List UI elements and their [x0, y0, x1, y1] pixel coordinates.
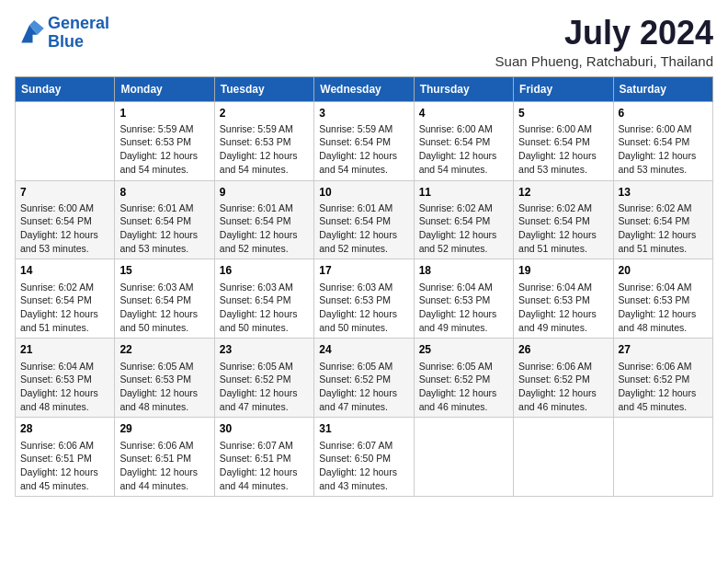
- day-number: 22: [119, 342, 209, 357]
- day-info: Sunrise: 6:03 AMSunset: 6:53 PMDaylight:…: [319, 281, 408, 335]
- calendar-cell: 13Sunrise: 6:02 AMSunset: 6:54 PMDayligh…: [613, 180, 712, 259]
- page-header: General Blue July 2024 Suan Phueng, Ratc…: [15, 15, 713, 69]
- day-number: 18: [419, 263, 508, 278]
- day-info: Sunrise: 6:06 AMSunset: 6:52 PMDaylight:…: [619, 360, 708, 414]
- day-number: 10: [319, 185, 408, 200]
- day-number: 3: [319, 106, 408, 121]
- day-info: Sunrise: 6:02 AMSunset: 6:54 PMDaylight:…: [518, 201, 608, 256]
- calendar-cell: 24Sunrise: 6:05 AMSunset: 6:52 PMDayligh…: [314, 339, 414, 418]
- calendar-cell: 10Sunrise: 6:01 AMSunset: 6:54 PMDayligh…: [314, 180, 414, 259]
- calendar-cell: 14Sunrise: 6:02 AMSunset: 6:54 PMDayligh…: [16, 259, 115, 339]
- day-number: 20: [619, 263, 708, 278]
- calendar-cell: 28Sunrise: 6:06 AMSunset: 6:51 PMDayligh…: [16, 418, 115, 497]
- day-info: Sunrise: 6:04 AMSunset: 6:53 PMDaylight:…: [419, 281, 508, 335]
- weekday-header: Sunday: [16, 76, 115, 101]
- day-number: 17: [319, 263, 408, 278]
- calendar-table: SundayMondayTuesdayWednesdayThursdayFrid…: [15, 76, 713, 498]
- calendar-cell: 3Sunrise: 5:59 AMSunset: 6:54 PMDaylight…: [314, 101, 414, 180]
- calendar-header-row: SundayMondayTuesdayWednesdayThursdayFrid…: [16, 76, 713, 101]
- day-number: 24: [319, 342, 408, 357]
- day-number: 26: [518, 342, 608, 357]
- day-info: Sunrise: 6:06 AMSunset: 6:51 PMDaylight:…: [20, 439, 109, 493]
- day-info: Sunrise: 5:59 AMSunset: 6:53 PMDaylight:…: [119, 122, 209, 177]
- weekday-header: Tuesday: [214, 76, 313, 101]
- calendar-cell: 2Sunrise: 5:59 AMSunset: 6:53 PMDaylight…: [214, 101, 313, 180]
- calendar-cell: 9Sunrise: 6:01 AMSunset: 6:54 PMDaylight…: [214, 180, 313, 259]
- weekday-header: Thursday: [414, 76, 513, 101]
- calendar-cell: [16, 101, 115, 180]
- day-number: 1: [119, 106, 209, 121]
- day-info: Sunrise: 6:05 AMSunset: 6:52 PMDaylight:…: [419, 360, 508, 414]
- calendar-week-row: 14Sunrise: 6:02 AMSunset: 6:54 PMDayligh…: [16, 259, 713, 339]
- calendar-cell: 4Sunrise: 6:00 AMSunset: 6:54 PMDaylight…: [414, 101, 513, 180]
- day-info: Sunrise: 6:05 AMSunset: 6:52 PMDaylight:…: [319, 360, 408, 414]
- day-number: 27: [619, 342, 708, 357]
- calendar-cell: 30Sunrise: 6:07 AMSunset: 6:51 PMDayligh…: [214, 418, 313, 497]
- calendar-cell: 8Sunrise: 6:01 AMSunset: 6:54 PMDaylight…: [115, 180, 214, 259]
- calendar-week-row: 7Sunrise: 6:00 AMSunset: 6:54 PMDaylight…: [16, 180, 713, 259]
- logo-line2: Blue: [48, 32, 84, 51]
- day-info: Sunrise: 6:06 AMSunset: 6:52 PMDaylight:…: [518, 360, 608, 414]
- day-info: Sunrise: 6:02 AMSunset: 6:54 PMDaylight:…: [419, 201, 508, 256]
- day-info: Sunrise: 6:06 AMSunset: 6:51 PMDaylight:…: [119, 439, 209, 493]
- calendar-cell: [514, 418, 613, 497]
- calendar-cell: 21Sunrise: 6:04 AMSunset: 6:53 PMDayligh…: [16, 339, 115, 418]
- day-number: 16: [220, 263, 309, 278]
- day-info: Sunrise: 6:03 AMSunset: 6:54 PMDaylight:…: [220, 281, 309, 335]
- calendar-cell: 31Sunrise: 6:07 AMSunset: 6:50 PMDayligh…: [314, 418, 414, 497]
- day-info: Sunrise: 6:03 AMSunset: 6:54 PMDaylight:…: [119, 281, 209, 335]
- day-number: 15: [119, 263, 209, 278]
- calendar-cell: 17Sunrise: 6:03 AMSunset: 6:53 PMDayligh…: [314, 259, 414, 339]
- day-info: Sunrise: 6:05 AMSunset: 6:53 PMDaylight:…: [119, 360, 209, 414]
- day-info: Sunrise: 6:01 AMSunset: 6:54 PMDaylight:…: [319, 201, 408, 256]
- weekday-header: Friday: [514, 76, 613, 101]
- day-number: 29: [119, 421, 209, 436]
- calendar-cell: 29Sunrise: 6:06 AMSunset: 6:51 PMDayligh…: [115, 418, 214, 497]
- title-block: July 2024 Suan Phueng, Ratchaburi, Thail…: [495, 15, 713, 69]
- calendar-week-row: 1Sunrise: 5:59 AMSunset: 6:53 PMDaylight…: [16, 101, 713, 180]
- day-number: 5: [518, 106, 608, 121]
- day-info: Sunrise: 6:00 AMSunset: 6:54 PMDaylight:…: [419, 122, 508, 177]
- day-number: 2: [220, 106, 309, 121]
- day-number: 6: [619, 106, 708, 121]
- day-number: 11: [419, 185, 508, 200]
- calendar-cell: 6Sunrise: 6:00 AMSunset: 6:54 PMDaylight…: [613, 101, 712, 180]
- calendar-cell: [613, 418, 712, 497]
- day-info: Sunrise: 6:02 AMSunset: 6:54 PMDaylight:…: [619, 201, 708, 256]
- calendar-cell: 23Sunrise: 6:05 AMSunset: 6:52 PMDayligh…: [214, 339, 313, 418]
- weekday-header: Wednesday: [314, 76, 414, 101]
- calendar-cell: 20Sunrise: 6:04 AMSunset: 6:53 PMDayligh…: [613, 259, 712, 339]
- calendar-cell: 22Sunrise: 6:05 AMSunset: 6:53 PMDayligh…: [115, 339, 214, 418]
- day-info: Sunrise: 6:00 AMSunset: 6:54 PMDaylight:…: [20, 201, 109, 256]
- calendar-cell: 7Sunrise: 6:00 AMSunset: 6:54 PMDaylight…: [16, 180, 115, 259]
- day-info: Sunrise: 6:07 AMSunset: 6:50 PMDaylight:…: [319, 439, 408, 493]
- calendar-cell: 11Sunrise: 6:02 AMSunset: 6:54 PMDayligh…: [414, 180, 513, 259]
- day-number: 7: [20, 185, 109, 200]
- day-info: Sunrise: 6:02 AMSunset: 6:54 PMDaylight:…: [20, 281, 109, 335]
- day-info: Sunrise: 6:05 AMSunset: 6:52 PMDaylight:…: [220, 360, 309, 414]
- day-number: 30: [220, 421, 309, 436]
- day-info: Sunrise: 5:59 AMSunset: 6:54 PMDaylight:…: [319, 122, 408, 177]
- calendar-cell: 12Sunrise: 6:02 AMSunset: 6:54 PMDayligh…: [514, 180, 613, 259]
- day-info: Sunrise: 6:04 AMSunset: 6:53 PMDaylight:…: [20, 360, 109, 414]
- day-number: 28: [20, 421, 109, 436]
- logo: General Blue: [15, 15, 109, 52]
- day-info: Sunrise: 6:07 AMSunset: 6:51 PMDaylight:…: [220, 439, 309, 493]
- calendar-cell: 5Sunrise: 6:00 AMSunset: 6:54 PMDaylight…: [514, 101, 613, 180]
- logo-text: General Blue: [48, 15, 109, 52]
- day-info: Sunrise: 6:00 AMSunset: 6:54 PMDaylight:…: [619, 122, 708, 177]
- day-info: Sunrise: 5:59 AMSunset: 6:53 PMDaylight:…: [220, 122, 309, 177]
- calendar-cell: 26Sunrise: 6:06 AMSunset: 6:52 PMDayligh…: [514, 339, 613, 418]
- day-number: 14: [20, 263, 109, 278]
- calendar-cell: [414, 418, 513, 497]
- logo-line1: General: [48, 14, 109, 32]
- logo-icon: [15, 20, 44, 46]
- day-info: Sunrise: 6:04 AMSunset: 6:53 PMDaylight:…: [619, 281, 708, 335]
- day-number: 19: [518, 263, 608, 278]
- month-title: July 2024: [495, 15, 713, 52]
- calendar-cell: 1Sunrise: 5:59 AMSunset: 6:53 PMDaylight…: [115, 101, 214, 180]
- day-number: 12: [518, 185, 608, 200]
- weekday-header: Saturday: [613, 76, 712, 101]
- calendar-week-row: 28Sunrise: 6:06 AMSunset: 6:51 PMDayligh…: [16, 418, 713, 497]
- day-number: 21: [20, 342, 109, 357]
